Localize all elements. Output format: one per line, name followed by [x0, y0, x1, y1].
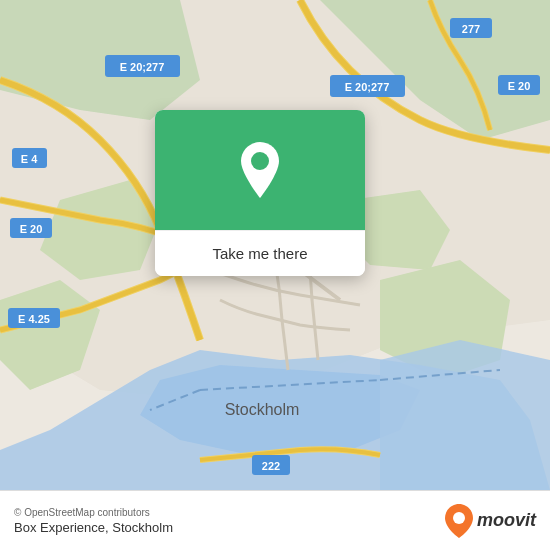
svg-marker-12 [380, 340, 550, 490]
svg-text:E 20: E 20 [20, 223, 43, 235]
moovit-brand-text: moovit [477, 510, 536, 531]
place-name: Box Experience, Stockholm [14, 520, 173, 535]
svg-text:E 20: E 20 [508, 80, 531, 92]
bottom-left: © OpenStreetMap contributors Box Experie… [14, 507, 173, 535]
bottom-bar: © OpenStreetMap contributors Box Experie… [0, 490, 550, 550]
moovit-pin-icon [445, 504, 473, 538]
svg-text:E 4.25: E 4.25 [18, 313, 50, 325]
svg-point-34 [453, 512, 465, 524]
attribution-text: © OpenStreetMap contributors [14, 507, 173, 518]
moovit-logo: moovit [445, 504, 536, 538]
take-me-there-button[interactable]: Take me there [155, 230, 365, 276]
svg-text:E 20;277: E 20;277 [120, 61, 165, 73]
svg-text:E 20;277: E 20;277 [345, 81, 390, 93]
svg-text:E 4: E 4 [21, 153, 38, 165]
svg-text:277: 277 [462, 23, 480, 35]
svg-text:222: 222 [262, 460, 280, 472]
svg-point-33 [251, 152, 269, 170]
location-pin-icon [236, 142, 284, 198]
map-container: E 20;277 E 20;277 277 E 20 E 4 E 20 E 4.… [0, 0, 550, 490]
svg-text:Stockholm: Stockholm [225, 401, 300, 418]
popup-green-area [155, 110, 365, 230]
popup-card: Take me there [155, 110, 365, 276]
